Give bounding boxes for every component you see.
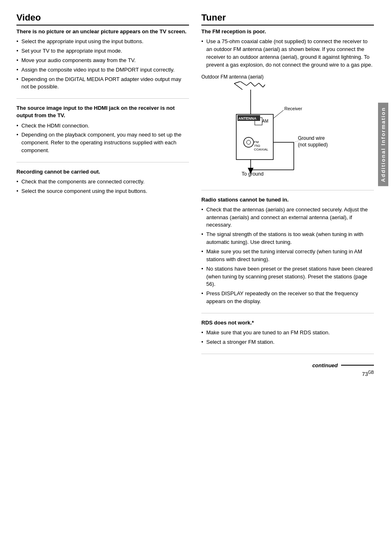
no-picture-title: There is no picture or an unclear pictur… bbox=[16, 28, 189, 35]
rds-subsection: RDS does not work.* Make sure that you a… bbox=[201, 319, 374, 354]
video-section-title: Video bbox=[16, 12, 189, 25]
rds-title: RDS does not work.* bbox=[201, 319, 374, 327]
svg-text:75Ω: 75Ω bbox=[254, 144, 260, 148]
list-item: Select a stronger FM station. bbox=[201, 338, 374, 346]
continued-label: continued bbox=[201, 362, 374, 368]
list-item: Select the source component using the in… bbox=[16, 188, 189, 195]
right-column: Tuner The FM reception is poor. Use a 75… bbox=[201, 12, 374, 377]
svg-line-6 bbox=[259, 83, 263, 87]
list-item: Depending on the playback component, you… bbox=[16, 131, 189, 155]
svg-line-3 bbox=[247, 82, 251, 86]
svg-line-2 bbox=[240, 81, 247, 86]
radio-stations-list: Check that the antennas (aerials) are co… bbox=[201, 206, 374, 306]
list-item: Make sure that you are tuned to an FM RD… bbox=[201, 329, 374, 337]
svg-point-13 bbox=[247, 140, 251, 144]
list-item: The signal strength of the stations is t… bbox=[201, 231, 374, 246]
svg-line-1 bbox=[234, 81, 240, 83]
antenna-svg: AM FM 75Ω COAXIAL ANTENNA bbox=[201, 81, 345, 180]
svg-line-4 bbox=[251, 82, 255, 86]
list-item: Use a 75-ohm coaxial cable (not supplied… bbox=[201, 38, 374, 69]
svg-text:FM: FM bbox=[254, 140, 259, 144]
fm-reception-subsection: The FM reception is poor. Use a 75-ohm c… bbox=[201, 28, 374, 190]
aerial-label: Outdoor FM antenna (aerial) bbox=[201, 74, 263, 80]
hdmi-title: The source image input to the HDMI jack … bbox=[16, 104, 189, 119]
svg-text:Receiver: Receiver bbox=[284, 106, 302, 111]
radio-stations-title: Radio stations cannot be tuned in. bbox=[201, 196, 374, 204]
list-item: Set your TV to the appropriate input mod… bbox=[16, 47, 189, 55]
svg-line-0 bbox=[234, 83, 242, 90]
tuner-section-title: Tuner bbox=[201, 12, 374, 25]
svg-line-7 bbox=[263, 85, 265, 87]
list-item: Move your audio components away from the… bbox=[16, 57, 189, 65]
svg-text:ANTENNA: ANTENNA bbox=[238, 116, 256, 120]
rds-list: Make sure that you are tuned to an FM RD… bbox=[201, 329, 374, 346]
hdmi-list: Check the HDMI connection. Depending on … bbox=[16, 122, 189, 155]
list-item: No stations have been preset or the pres… bbox=[201, 265, 374, 289]
radio-stations-subsection: Radio stations cannot be tuned in. Check… bbox=[201, 196, 374, 313]
no-picture-subsection: There is no picture or an unclear pictur… bbox=[16, 28, 189, 99]
list-item: Make sure you set the tuning interval co… bbox=[201, 248, 374, 264]
to-ground-label: To ground bbox=[242, 171, 263, 177]
fm-reception-list: Use a 75-ohm coaxial cable (not supplied… bbox=[201, 38, 374, 69]
svg-point-12 bbox=[244, 137, 254, 147]
no-picture-list: Select the appropriate input using the i… bbox=[16, 38, 189, 91]
list-item: Select the appropriate input using the i… bbox=[16, 38, 189, 46]
recording-subsection: Recording cannot be carried out. Check t… bbox=[16, 168, 189, 203]
hdmi-subsection: The source image input to the HDMI jack … bbox=[16, 104, 189, 162]
recording-list: Check that the components are connected … bbox=[16, 178, 189, 195]
ground-wire-label: Ground wire(not supplied) bbox=[298, 135, 328, 149]
svg-line-5 bbox=[255, 83, 259, 86]
fm-reception-title: The FM reception is poor. bbox=[201, 28, 374, 35]
list-item: Check that the components are connected … bbox=[16, 178, 189, 186]
svg-text:AM: AM bbox=[262, 119, 268, 123]
recording-title: Recording cannot be carried out. bbox=[16, 168, 189, 176]
list-item: Assign the composite video input to the … bbox=[16, 66, 189, 74]
svg-text:COAXIAL: COAXIAL bbox=[254, 148, 268, 151]
svg-line-24 bbox=[273, 110, 284, 118]
antenna-diagram: Outdoor FM antenna (aerial) bbox=[201, 74, 374, 181]
list-item: Check the HDMI connection. bbox=[16, 122, 189, 130]
left-column: Video There is no picture or an unclear … bbox=[16, 12, 189, 377]
list-item: Check that the antennas (aerials) are co… bbox=[201, 206, 374, 229]
page-number: 73GB bbox=[201, 370, 374, 377]
list-item: Press DISPLAY repeatedly on the receiver… bbox=[201, 290, 374, 306]
additional-info-side-label: Additional Information bbox=[378, 103, 388, 186]
list-item: Depending on the DIGITAL MEDIA PORT adap… bbox=[16, 76, 189, 91]
